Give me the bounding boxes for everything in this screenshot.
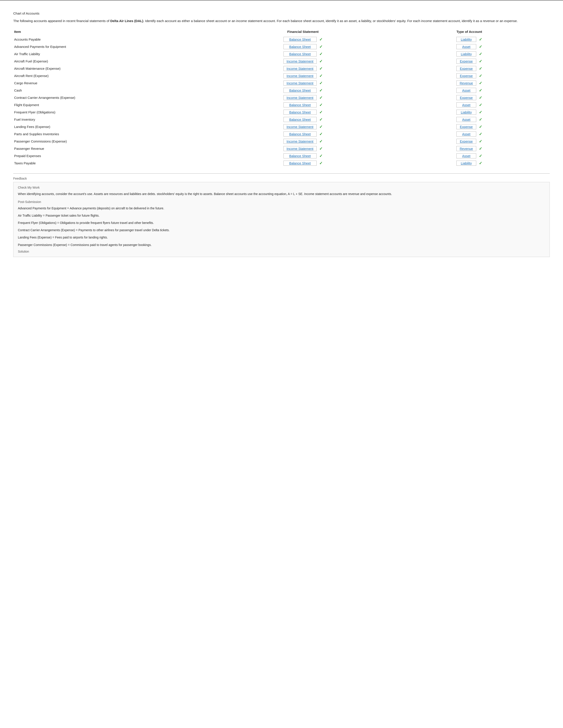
table-cell-toa: Liability✓	[389, 36, 550, 43]
feedback-section: Feedback	[13, 173, 550, 180]
fs-dropdown[interactable]: Balance Sheet	[284, 131, 317, 137]
fs-check-icon: ✓	[319, 110, 323, 115]
table-cell-fs: Income Statement✓	[217, 72, 389, 79]
toa-check-icon: ✓	[479, 52, 482, 56]
table-cell-item: Air Traffic Liability	[13, 50, 217, 58]
table-cell-fs: Balance Sheet✓	[217, 50, 389, 58]
col-header-item: Item	[13, 28, 217, 36]
fs-dropdown[interactable]: Balance Sheet	[284, 44, 317, 49]
fs-dropdown[interactable]: Income Statement	[284, 81, 317, 86]
post-item: Frequent Flyer (Obligations) = Obligatio…	[18, 220, 545, 225]
table-cell-item: Accounts Payable	[13, 36, 217, 43]
table-row: Flight EquipmentBalance Sheet✓Asset✓	[13, 101, 550, 109]
toa-dropdown[interactable]: Asset	[456, 88, 476, 93]
toa-check-icon: ✓	[479, 81, 482, 86]
toa-check-icon: ✓	[479, 124, 482, 129]
toa-check-icon: ✓	[479, 161, 482, 166]
table-cell-fs: Income Statement✓	[217, 123, 389, 130]
toa-check-icon: ✓	[479, 103, 482, 107]
fs-dropdown[interactable]: Balance Sheet	[284, 37, 317, 42]
table-cell-fs: Income Statement✓	[217, 65, 389, 72]
table-cell-fs: Balance Sheet✓	[217, 116, 389, 123]
fs-dropdown[interactable]: Balance Sheet	[284, 110, 317, 115]
table-cell-fs: Income Statement✓	[217, 79, 389, 87]
fs-check-icon: ✓	[319, 146, 323, 151]
table-row: Passenger Commissions (Expense)Income St…	[13, 138, 550, 145]
table-row: Contract Carrier Arrangements (Expense)I…	[13, 94, 550, 101]
post-item: Contract Carrier Arrangements (Expense) …	[18, 228, 545, 233]
table-row: Passenger RevenueIncome Statement✓Revenu…	[13, 145, 550, 152]
table-row: Prepaid ExpensesBalance Sheet✓Asset✓	[13, 152, 550, 159]
table-cell-fs: Balance Sheet✓	[217, 130, 389, 138]
toa-check-icon: ✓	[479, 66, 482, 71]
fs-dropdown[interactable]: Balance Sheet	[284, 51, 317, 56]
toa-dropdown[interactable]: Asset	[456, 117, 476, 122]
table-cell-item: Cash	[13, 87, 217, 94]
fs-check-icon: ✓	[319, 37, 323, 42]
table-cell-fs: Income Statement✓	[217, 94, 389, 101]
post-item: Landing Fees (Expense) = Fees paid to ai…	[18, 235, 545, 240]
table-cell-toa: Liability✓	[389, 109, 550, 116]
table-cell-item: Fuel Inventory	[13, 116, 217, 123]
toa-dropdown[interactable]: Asset	[456, 44, 476, 49]
toa-check-icon: ✓	[479, 117, 482, 122]
toa-check-icon: ✓	[479, 37, 482, 42]
toa-dropdown[interactable]: Revenue	[456, 81, 476, 86]
fs-dropdown[interactable]: Balance Sheet	[284, 102, 317, 107]
table-cell-item: Frequent Flyer (Obligations)	[13, 109, 217, 116]
toa-dropdown[interactable]: Liability	[456, 161, 476, 166]
table-row: Taxes PayableBalance Sheet✓Liability✓	[13, 159, 550, 167]
fs-dropdown[interactable]: Income Statement	[284, 66, 317, 71]
fs-dropdown[interactable]: Balance Sheet	[284, 117, 317, 122]
solution-label: Solution	[18, 250, 545, 253]
toa-dropdown[interactable]: Expense	[456, 66, 476, 71]
toa-dropdown[interactable]: Asset	[456, 131, 476, 137]
fs-dropdown[interactable]: Balance Sheet	[284, 153, 317, 158]
table-row: Aircraft Fuel (Expense)Income Statement✓…	[13, 58, 550, 65]
fs-dropdown[interactable]: Balance Sheet	[284, 161, 317, 166]
fs-dropdown[interactable]: Income Statement	[284, 73, 317, 78]
toa-dropdown[interactable]: Expense	[456, 139, 476, 144]
table-cell-item: Passenger Commissions (Expense)	[13, 138, 217, 145]
toa-dropdown[interactable]: Expense	[456, 124, 476, 129]
post-item: Advanced Payments for Equipment = Advanc…	[18, 206, 545, 211]
table-cell-item: Cargo Revenue	[13, 79, 217, 87]
fs-dropdown[interactable]: Income Statement	[284, 124, 317, 129]
table-cell-toa: Expense✓	[389, 138, 550, 145]
fs-check-icon: ✓	[319, 154, 323, 158]
toa-check-icon: ✓	[479, 110, 482, 115]
toa-dropdown[interactable]: Expense	[456, 73, 476, 78]
table-cell-fs: Balance Sheet✓	[217, 87, 389, 94]
toa-dropdown[interactable]: Expense	[456, 95, 476, 100]
table-cell-item: Aircraft Fuel (Expense)	[13, 58, 217, 65]
toa-check-icon: ✓	[479, 88, 482, 93]
col-header-fs: Financial Statement	[217, 28, 389, 36]
fs-dropdown[interactable]: Income Statement	[284, 95, 317, 100]
fs-check-icon: ✓	[319, 103, 323, 107]
table-cell-item: Parts and Supplies Inventories	[13, 130, 217, 138]
table-row: Landing Fees (Expense)Income Statement✓E…	[13, 123, 550, 130]
fs-check-icon: ✓	[319, 139, 323, 144]
toa-dropdown[interactable]: Liability	[456, 37, 476, 42]
table-cell-item: Taxes Payable	[13, 159, 217, 167]
fs-dropdown[interactable]: Balance Sheet	[284, 88, 317, 93]
fs-dropdown[interactable]: Income Statement	[284, 59, 317, 64]
table-cell-fs: Balance Sheet✓	[217, 43, 389, 50]
toa-dropdown[interactable]: Asset	[456, 102, 476, 107]
toa-dropdown[interactable]: Expense	[456, 59, 476, 64]
table-row: CashBalance Sheet✓Asset✓	[13, 87, 550, 94]
post-item: Passenger Commissions (Expense) = Commis…	[18, 242, 545, 248]
table-row: Cargo RevenueIncome Statement✓Revenue✓	[13, 79, 550, 87]
fs-dropdown[interactable]: Income Statement	[284, 146, 317, 151]
section-title: Chart of Accounts	[13, 11, 550, 15]
table-cell-toa: Expense✓	[389, 58, 550, 65]
table-cell-toa: Expense✓	[389, 94, 550, 101]
fs-dropdown[interactable]: Income Statement	[284, 139, 317, 144]
table-cell-toa: Asset✓	[389, 152, 550, 159]
toa-dropdown[interactable]: Liability	[456, 110, 476, 115]
table-cell-item: Flight Equipment	[13, 101, 217, 109]
toa-dropdown[interactable]: Liability	[456, 51, 476, 56]
table-cell-toa: Asset✓	[389, 116, 550, 123]
toa-dropdown[interactable]: Revenue	[456, 146, 476, 151]
toa-dropdown[interactable]: Asset	[456, 153, 476, 158]
